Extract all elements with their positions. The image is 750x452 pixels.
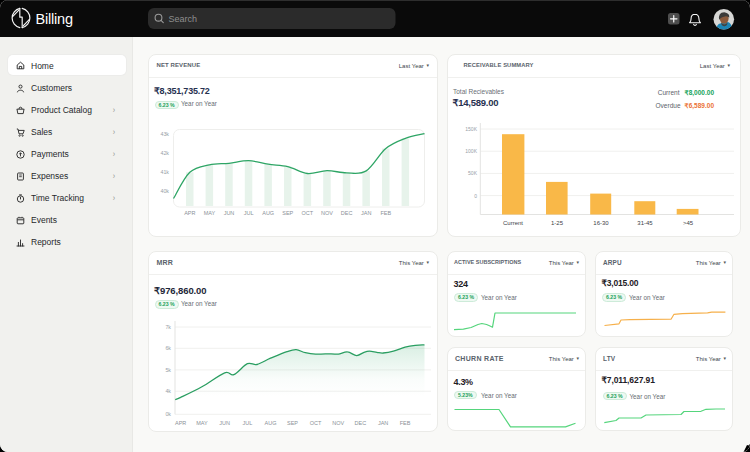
svg-text:Current: Current — [503, 220, 523, 226]
svg-text:FEB: FEB — [400, 420, 411, 426]
svg-text:50K: 50K — [468, 170, 478, 176]
svg-text:JAN: JAN — [361, 210, 371, 216]
svg-text:6k: 6k — [165, 345, 171, 351]
svg-text:NOV: NOV — [332, 420, 344, 426]
svg-text:DEC: DEC — [341, 210, 353, 216]
svg-text:APR: APR — [184, 210, 195, 216]
svg-text:JUL: JUL — [243, 420, 253, 426]
svg-text:JAN: JAN — [378, 420, 388, 426]
svg-text:40k: 40k — [160, 188, 169, 194]
svg-text:150K: 150K — [465, 126, 477, 132]
svg-text:AUG: AUG — [262, 210, 274, 216]
svg-text:NOV: NOV — [321, 210, 333, 216]
svg-text:7k: 7k — [165, 324, 171, 330]
svg-text:16-30: 16-30 — [593, 220, 609, 226]
svg-text:4k: 4k — [165, 388, 171, 394]
svg-text:SEP: SEP — [282, 210, 293, 216]
svg-text:Search: Search — [169, 14, 198, 24]
svg-text:SEP: SEP — [287, 420, 298, 426]
svg-text:42k: 42k — [160, 150, 169, 156]
svg-text:JUL: JUL — [244, 210, 254, 216]
svg-text:FEB: FEB — [380, 210, 391, 216]
svg-text:MAY: MAY — [204, 210, 216, 216]
svg-text:OCT: OCT — [310, 420, 322, 426]
svg-text:JUN: JUN — [219, 420, 230, 426]
svg-text:JUN: JUN — [224, 210, 235, 216]
svg-text:Billing: Billing — [36, 11, 73, 27]
svg-text:APR: APR — [175, 420, 186, 426]
svg-text:31-45: 31-45 — [637, 220, 653, 226]
svg-text:100K: 100K — [465, 148, 477, 154]
svg-text:OCT: OCT — [302, 210, 314, 216]
svg-text:>45: >45 — [683, 220, 694, 226]
svg-text:AUG: AUG — [265, 420, 277, 426]
svg-text:0k: 0k — [165, 411, 171, 417]
svg-text:43k: 43k — [160, 131, 169, 137]
svg-text:MAY: MAY — [196, 420, 208, 426]
svg-text:DEC: DEC — [355, 420, 367, 426]
svg-text:0: 0 — [474, 193, 477, 199]
svg-text:1-25: 1-25 — [551, 220, 564, 226]
svg-text:41k: 41k — [160, 169, 169, 175]
svg-text:5k: 5k — [165, 367, 171, 373]
